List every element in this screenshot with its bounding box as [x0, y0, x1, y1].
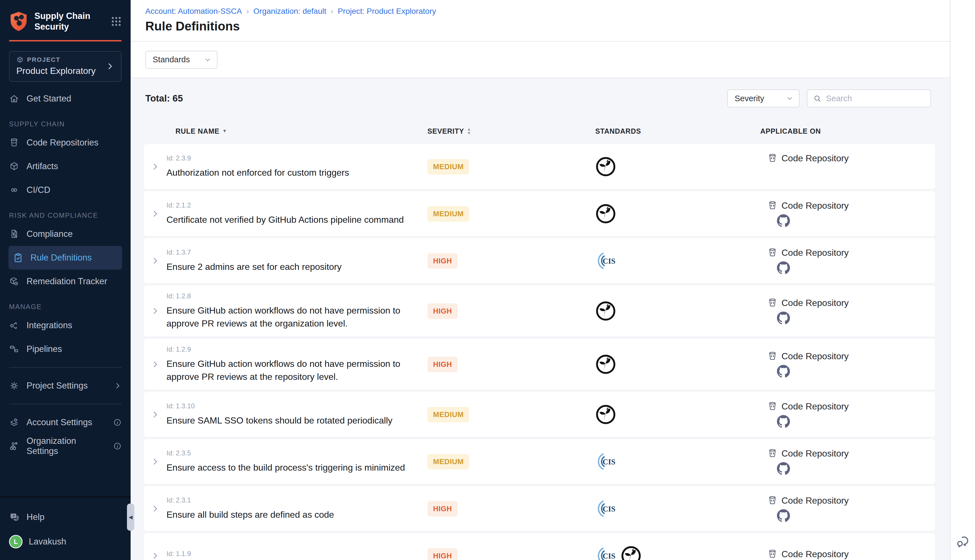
row-expand-chevron-icon[interactable] — [151, 162, 159, 171]
standards-icons — [564, 156, 733, 177]
org-gear-icon — [9, 441, 19, 451]
standards-icons — [564, 404, 733, 425]
cis-standard-icon: CIS — [595, 451, 617, 472]
pipelines-icon — [9, 344, 19, 354]
table-row[interactable]: Id: 2.3.9 Authorization not enforced for… — [144, 144, 935, 189]
chevron-right-icon — [106, 62, 114, 70]
provider-icons — [777, 462, 935, 475]
table-row[interactable]: Id: 2.1.2 Certificate not verified by Gi… — [144, 191, 935, 236]
applicable-on-label: Code Repository — [781, 248, 849, 258]
chevron-down-icon — [204, 56, 211, 63]
table-row[interactable]: Id: 2.3.5 Ensure access to the build pro… — [144, 439, 935, 484]
column-rule-name[interactable]: RULE NAME ▼ — [167, 127, 423, 135]
sidebar-item-organization-settings[interactable]: Organization Settings — [4, 434, 127, 458]
svg-text:CIS: CIS — [603, 552, 615, 560]
module-grid-icon[interactable] — [110, 15, 122, 27]
document-search-icon — [9, 229, 19, 239]
box-wrench-icon — [9, 276, 19, 287]
sidebar-item-label: Organization Settings — [27, 436, 106, 456]
chat-support-icon[interactable] — [955, 534, 971, 550]
breadcrumb-separator: › — [331, 7, 333, 16]
sidebar-item-cicd[interactable]: CI/CD — [4, 178, 127, 202]
sidebar-item-remediation-tracker[interactable]: Remediation Tracker — [4, 270, 127, 293]
row-expand-chevron-icon[interactable] — [151, 360, 159, 368]
applicable-on-label: Code Repository — [781, 401, 849, 412]
breadcrumb-organization-link[interactable]: Organization: default — [253, 7, 326, 16]
project-selector[interactable]: PROJECT Product Exploratory — [9, 51, 122, 82]
applicable-on-label: Code Repository — [781, 448, 849, 459]
sidebar-item-label: Account Settings — [27, 417, 92, 427]
breadcrumb-project-link[interactable]: Project: Product Exploratory — [338, 7, 436, 16]
nav-section-manage: MANAGE — [9, 303, 122, 311]
app-title: Supply Chain Security — [34, 11, 104, 32]
github-icon — [777, 214, 790, 227]
sidebar-item-pipelines[interactable]: Pipelines — [4, 337, 127, 361]
column-severity[interactable]: SEVERITY ▲▼ — [423, 127, 564, 135]
column-applicable-on: APPLICABLE ON — [733, 127, 935, 135]
breadcrumb-account-link[interactable]: Account: Automation-SSCA — [145, 7, 242, 16]
sidebar-item-account-settings[interactable]: Account Settings — [4, 410, 127, 434]
sidebar-item-artifacts[interactable]: Artifacts — [4, 155, 127, 178]
table-row[interactable]: Id: 1.1.9 HIGH CIS Code Repository — [144, 533, 935, 560]
sidebar-item-project-settings[interactable]: Project Settings — [4, 374, 127, 398]
row-expand-chevron-icon[interactable] — [151, 457, 159, 466]
sidebar-item-help[interactable]: ? Help — [4, 505, 127, 529]
user-menu[interactable]: L Lavakush — [9, 529, 122, 554]
provider-icons — [777, 415, 935, 428]
accent-divider — [9, 40, 122, 42]
sidebar-item-label: Compliance — [27, 229, 73, 239]
row-expand-chevron-icon[interactable] — [151, 210, 159, 218]
sidebar-item-label: Get Started — [27, 93, 72, 104]
provider-icons — [777, 262, 935, 274]
standards-icons: CIS — [564, 498, 733, 519]
search-input[interactable] — [826, 94, 925, 103]
row-expand-chevron-icon[interactable] — [151, 257, 159, 265]
owasp-standard-icon — [595, 156, 616, 177]
rule-name: Ensure GitHub action workflows do not ha… — [167, 357, 423, 383]
sidebar-item-get-started[interactable]: Get Started — [4, 87, 127, 110]
severity-filter-dropdown[interactable]: Severity — [727, 89, 800, 107]
applicable-on-label: Code Repository — [781, 298, 849, 308]
table-row[interactable]: Id: 1.2.9 Ensure GitHub action workflows… — [144, 338, 935, 390]
sort-icon: ▲▼ — [467, 127, 471, 135]
table-row[interactable]: Id: 1.3.10 Ensure SAML SSO tokens should… — [144, 392, 935, 437]
row-expand-chevron-icon[interactable] — [151, 307, 159, 315]
sidebar-item-rule-definitions[interactable]: Rule Definitions — [8, 246, 122, 270]
row-expand-chevron-icon[interactable] — [151, 505, 159, 513]
code-repository-bucket — [767, 351, 778, 361]
info-icon[interactable] — [113, 418, 122, 427]
home-icon — [9, 93, 19, 104]
sidebar-item-integrations[interactable]: Integrations — [4, 313, 127, 337]
severity-badge: HIGH — [427, 253, 457, 269]
owasp-standard-icon — [595, 354, 616, 375]
breadcrumb: Account: Automation-SSCA › Organization:… — [145, 7, 950, 16]
row-expand-chevron-icon[interactable] — [151, 410, 159, 419]
table-row[interactable]: Id: 1.3.7 Ensure 2 admins are set for ea… — [144, 238, 935, 283]
filters-toolbar: Standards — [130, 41, 950, 78]
rule-name: Ensure SAML SSO tokens should be rotated… — [167, 414, 423, 427]
total-count: Total: 65 — [145, 93, 183, 104]
rule-id: Id: 2.3.9 — [167, 154, 423, 162]
github-icon — [777, 462, 790, 475]
sidebar-nav: Get Started SUPPLY CHAIN Code Repositori… — [0, 82, 130, 361]
rule-id: Id: 1.3.10 — [167, 402, 423, 410]
help-chat-icon: ? — [9, 512, 19, 522]
sidebar-item-compliance[interactable]: Compliance — [4, 222, 127, 246]
table-row[interactable]: Id: 1.2.8 Ensure GitHub action workflows… — [144, 285, 935, 337]
rule-id: Id: 1.2.9 — [167, 345, 423, 353]
code-repository-bucket — [767, 153, 778, 163]
sidebar-item-label: Code Repositories — [27, 138, 99, 148]
sidebar-collapse-handle[interactable]: ◀ — [127, 503, 134, 531]
info-icon[interactable] — [113, 442, 122, 450]
row-expand-chevron-icon[interactable] — [151, 552, 159, 560]
standards-filter-dropdown[interactable]: Standards — [145, 51, 217, 69]
sidebar-item-label: Project Settings — [27, 381, 88, 391]
layers-gear-icon — [9, 417, 19, 427]
clipboard-check-icon — [13, 253, 23, 263]
page-title: Rule Definitions — [145, 19, 950, 33]
table-row[interactable]: Id: 2.3.1 Ensure all build steps are def… — [144, 486, 935, 531]
code-repository-icon — [767, 248, 778, 258]
project-label: PROJECT — [27, 56, 60, 63]
nav-section-risk-compliance: RISK AND COMPLIANCE — [9, 212, 122, 219]
sidebar-item-code-repositories[interactable]: Code Repositories — [4, 131, 127, 155]
